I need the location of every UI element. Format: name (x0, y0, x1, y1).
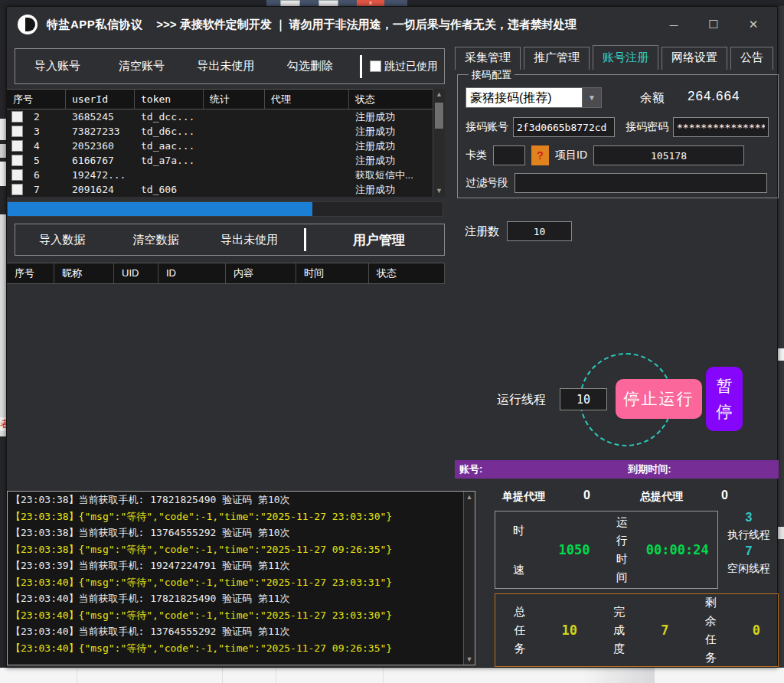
row-number-cell: 5 (7, 155, 66, 166)
log-output: 【23:03:38】当前获取手机: 17821825490 验证码 第10次【2… (7, 491, 475, 665)
accounts-column-header: 代理 (265, 90, 349, 109)
table-row[interactable]: 373827233td_d6c...注册成功 (7, 124, 445, 139)
skip-used-label: 跳过已使用 (384, 60, 438, 74)
idle-threads-label: 空闲线程 (719, 560, 779, 577)
checkbox-icon[interactable] (11, 155, 23, 166)
run-threads-input[interactable] (560, 388, 607, 410)
exec-threads-value: 3 (719, 509, 779, 526)
bg-fragment (0, 119, 6, 140)
log-line: 【23:03:40】{"msg":"等待","code":-1,"time":"… (8, 640, 475, 657)
data-toolbar-button[interactable]: 导出未使用 (203, 233, 296, 247)
table-row[interactable]: 6192472...获取短信中... (7, 168, 445, 182)
provider-dropdown[interactable]: 豪猪接码(推荐) ▼ (466, 87, 602, 108)
register-count-input[interactable] (507, 221, 572, 241)
code-account-input[interactable] (513, 117, 615, 137)
row-number: 7 (28, 184, 40, 195)
accounts-column-header: userId (66, 90, 135, 109)
row-number: 2 (28, 111, 40, 123)
row-number-cell: 4 (7, 140, 66, 152)
minimize-icon[interactable]: ─ (661, 15, 687, 34)
log-scrollbar[interactable]: ▲ ▼ (463, 492, 475, 665)
checkbox-icon[interactable] (370, 60, 381, 72)
tab-3[interactable]: 账号注册 (593, 45, 658, 70)
register-count-label: 注册数 (465, 224, 499, 239)
bg-fragment (778, 527, 784, 539)
data-toolbar-button[interactable]: 导入数据 (15, 233, 109, 247)
card-type-input[interactable] (493, 145, 525, 165)
account-toolbar-button[interactable]: 导出未使用 (184, 59, 268, 74)
chevron-down-icon[interactable]: ▼ (582, 88, 601, 107)
scroll-down-icon[interactable]: ▼ (464, 654, 475, 665)
total-tasks-value: 10 (561, 623, 577, 638)
table-row[interactable]: 42052360td_aac...注册成功 (7, 139, 445, 153)
exec-threads-label: 执行线程 (719, 526, 779, 543)
skip-used-checkbox[interactable]: 跳过已使用 (370, 60, 444, 74)
row-number-cell: 6 (7, 169, 66, 181)
log-line: 【23:03:40】{"msg":"等待","code":-1,"time":"… (8, 607, 475, 624)
filter-label: 过滤号段 (466, 176, 508, 190)
accounts-table-scrollbar[interactable]: ▲ ▼ (433, 89, 445, 197)
data-toolbar-button[interactable]: 清空数据 (109, 233, 202, 247)
runtime-label: 运行时间 (615, 513, 629, 587)
close-icon[interactable]: ✕ (740, 15, 766, 34)
messages-column-header: UID (114, 263, 158, 283)
row-number-cell: 3 (7, 126, 66, 137)
messages-column-header: 序号 (7, 263, 54, 283)
help-icon[interactable]: ? (531, 145, 549, 165)
table-row[interactable]: 56166767td_a7a...注册成功 (7, 153, 445, 168)
background-window-bottom (0, 668, 784, 683)
checkbox-icon[interactable] (11, 140, 23, 152)
run-threads-label: 运行线程 (497, 392, 546, 408)
log-lines: 【23:03:38】当前获取手机: 17821825490 验证码 第10次【2… (8, 492, 475, 656)
userid-cell: 73827233 (66, 126, 135, 137)
bg-fragment (0, 214, 6, 436)
tab-2[interactable]: 推广管理 (524, 47, 590, 70)
speed-value: 1050 (559, 542, 590, 557)
remain-label: 剩余任务 (704, 593, 717, 667)
accounts-table: 序号userIdtoken统计代理状态 23685245td_dcc...注册成… (7, 89, 445, 197)
remain-value: 0 (753, 623, 760, 638)
code-config-group: 接码配置 豪猪接码(推荐) ▼ 余额 264.664 接码账号 接码密码 卡类 … (457, 74, 779, 198)
checkbox-icon[interactable] (11, 184, 23, 195)
table-row[interactable]: 23685245td_dcc...注册成功 (7, 109, 445, 124)
userid-cell: 3685245 (66, 111, 135, 123)
scroll-down-icon[interactable]: ▼ (433, 185, 445, 197)
messages-column-header: 昵称 (54, 263, 114, 283)
tab-5[interactable]: 公告 (730, 47, 773, 70)
account-toolbar-button[interactable]: 导入账号 (15, 59, 100, 74)
status-cell: 注册成功 (349, 183, 445, 197)
tab-4[interactable]: 网络设置 (662, 47, 727, 70)
checkbox-icon[interactable] (11, 111, 23, 123)
maximize-icon[interactable]: ☐ (701, 15, 727, 34)
status-cell: 注册成功 (349, 110, 445, 124)
filter-input[interactable] (514, 173, 767, 193)
messages-table-header: 序号昵称UIDID内容时间状态 (7, 263, 445, 284)
bg-line (77, 668, 77, 683)
stop-run-button[interactable]: 停止运行 (616, 379, 702, 419)
checkbox-icon[interactable] (11, 126, 23, 137)
bg-fragment (0, 162, 6, 186)
table-row[interactable]: 72091624td_606注册成功 (7, 182, 445, 197)
tab-1[interactable]: 采集管理 (455, 47, 521, 70)
messages-column-header: 时间 (296, 263, 369, 283)
project-id-input[interactable] (593, 145, 744, 165)
account-toolbar-button[interactable]: 勾选删除 (268, 59, 352, 74)
row-number: 3 (28, 126, 40, 137)
status-cell: 注册成功 (349, 125, 445, 139)
code-password-input[interactable] (673, 117, 769, 137)
messages-column-header: ID (158, 263, 226, 283)
titlebar: 特盐APP私信协议 >>> 承接软件定制开发 ｜ 请勿用于非法用途，一切后果与作… (7, 7, 777, 42)
token-cell: td_dcc... (135, 111, 204, 123)
progress-fill (8, 202, 312, 216)
code-password-label: 接码密码 (626, 120, 668, 134)
status-cell: 获取短信中... (349, 168, 445, 182)
account-toolbar: 导入账号清空账号导出未使用勾选删除 跳过已使用 (15, 48, 445, 84)
project-id-label: 项目ID (555, 149, 587, 162)
user-manager-button[interactable]: 用户管理 (314, 231, 444, 249)
scrollbar-thumb[interactable] (435, 103, 443, 129)
group-label: 接码配置 (469, 68, 514, 82)
scroll-up-icon[interactable]: ▲ (433, 89, 445, 100)
account-toolbar-button[interactable]: 清空账号 (100, 59, 184, 74)
pause-button[interactable]: 暂停 (706, 367, 743, 431)
checkbox-icon[interactable] (11, 169, 23, 181)
